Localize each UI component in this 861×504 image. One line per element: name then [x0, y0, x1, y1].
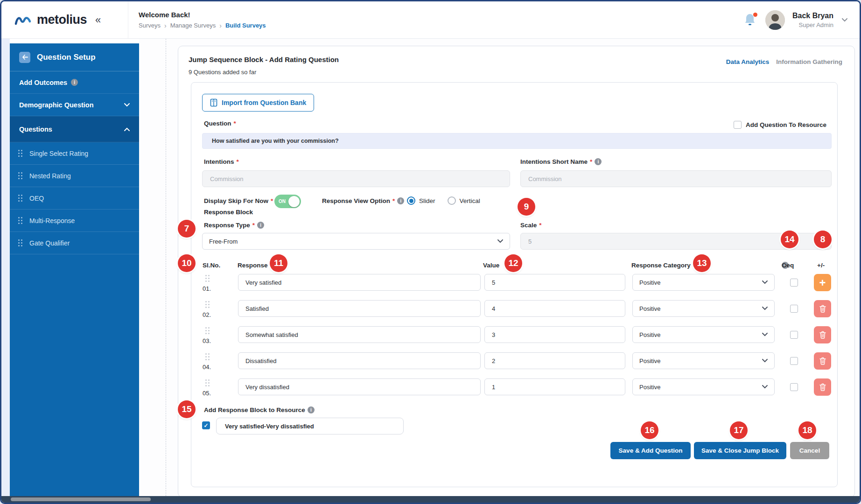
user-role: Super Admin [792, 21, 833, 28]
response-category-select[interactable]: Positive [632, 326, 775, 343]
question-input[interactable] [202, 133, 832, 149]
sidebar-sub-item[interactable]: OEQ [10, 187, 139, 210]
response-category-select[interactable]: Positive [632, 300, 775, 317]
oeq-checkbox[interactable] [790, 279, 798, 287]
selected-category: Positive [639, 305, 661, 312]
info-icon[interactable]: i [595, 158, 602, 165]
response-block-resource-checkbox[interactable]: ✓ [202, 421, 210, 429]
drag-handle-icon[interactable] [18, 172, 23, 180]
drag-handle-icon[interactable] [205, 275, 210, 282]
drag-handle-icon[interactable] [205, 301, 210, 308]
breadcrumb-surveys[interactable]: Surveys [139, 22, 161, 29]
sidebar-sub-item-label: Multi-Response [29, 217, 75, 224]
horizontal-scrollbar[interactable] [11, 497, 151, 501]
response-block-resource-value[interactable]: Very satisfied-Very dissatisfied [216, 418, 404, 434]
info-icon[interactable]: i [308, 406, 315, 413]
sidebar-item-add-outcomes[interactable]: Add Outcomes i [10, 71, 139, 94]
radio-vertical[interactable]: Vertical [448, 196, 480, 205]
value-input[interactable] [484, 300, 625, 317]
add-question-to-resource-checkbox[interactable] [734, 121, 742, 129]
delete-row-button[interactable] [814, 300, 831, 317]
row-number: 04. [203, 364, 211, 371]
questions-count: 9 Questions added so far [189, 69, 256, 76]
trash-icon [819, 357, 826, 365]
selected-category: Positive [639, 384, 661, 391]
user-avatar[interactable] [765, 10, 785, 30]
row-number: 02. [203, 311, 211, 318]
drag-handle-icon[interactable] [205, 379, 210, 387]
sidebar-sub-item[interactable]: Gate Qualifier [10, 232, 139, 254]
question-builder-card: Jump Sequence Block - Add Rating Questio… [178, 46, 855, 497]
sidebar-item-questions[interactable]: Questions [10, 116, 139, 142]
response-input[interactable] [238, 352, 481, 369]
radio-slider[interactable]: Slider [407, 196, 435, 205]
tab-data-analytics[interactable]: Data Analytics [726, 58, 770, 65]
display-skip-label: Display Skip For Now * [204, 197, 273, 204]
scale-input[interactable] [520, 233, 832, 250]
display-skip-toggle[interactable]: ON [274, 195, 301, 208]
value-input[interactable] [484, 352, 625, 369]
add-row-button[interactable]: + [814, 274, 831, 291]
response-category-select[interactable]: Positive [632, 352, 775, 369]
notifications-bell-icon[interactable] [744, 13, 758, 28]
breadcrumb-manage-surveys[interactable]: Manage Surveys [170, 22, 216, 29]
app-logo-text: metolius [37, 13, 87, 27]
page-title: Jump Sequence Block - Add Rating Questio… [189, 56, 339, 63]
sidebar-item-demographic-question[interactable]: Demographic Question [10, 94, 139, 116]
book-icon [210, 98, 217, 107]
delete-row-button[interactable] [814, 352, 831, 370]
back-button[interactable] [19, 52, 30, 63]
sidebar-gutter [1, 39, 10, 496]
sidebar-sub-item[interactable]: Nested Rating [10, 165, 139, 187]
question-label: Question * [204, 120, 236, 127]
sidebar-sub-item-label: OEQ [29, 195, 44, 202]
oeq-checkbox[interactable] [790, 357, 798, 365]
drag-handle-icon[interactable] [18, 239, 23, 247]
sidebar-collapse-button[interactable]: « [95, 14, 101, 26]
sidebar-sub-item[interactable]: Multi-Response [10, 210, 139, 232]
intentions-input[interactable] [202, 170, 510, 187]
required-marker: * [237, 158, 239, 165]
row-number: 01. [203, 285, 211, 292]
intentions-short-name-input[interactable] [520, 170, 832, 187]
top-bar: metolius « Welcome Back! Surveys › Manag… [1, 1, 860, 39]
delete-row-button[interactable] [814, 326, 831, 343]
save-add-question-button[interactable]: Save & Add Question [610, 442, 691, 459]
tab-information-gathering[interactable]: Information Gathering [776, 58, 842, 65]
info-icon[interactable]: i [257, 222, 264, 229]
import-from-question-bank-button[interactable]: Import from Question Bank [202, 94, 314, 112]
response-type-select[interactable]: Free-From [202, 233, 510, 250]
response-input[interactable] [238, 326, 481, 343]
user-menu-chevron-down-icon[interactable] [842, 18, 847, 22]
breadcrumb-build-surveys[interactable]: Build Surveys [225, 22, 266, 29]
drag-handle-icon[interactable] [18, 195, 23, 202]
value-input[interactable] [484, 326, 625, 343]
oeq-checkbox[interactable] [790, 383, 798, 391]
oeq-checkbox[interactable] [790, 331, 798, 339]
info-icon[interactable]: i [71, 79, 78, 86]
chevron-down-icon [762, 359, 768, 363]
sidebar-sub-item[interactable]: Single Select Rating [10, 142, 139, 165]
response-block-heading: Response Block [204, 209, 253, 216]
value-input[interactable] [484, 378, 625, 395]
save-close-jump-block-button[interactable]: Save & Close Jump Block [694, 442, 786, 459]
sidebar-sub-item-label: Nested Rating [29, 172, 71, 180]
delete-row-button[interactable] [814, 378, 831, 396]
info-icon[interactable]: i [397, 197, 404, 204]
main-content: Jump Sequence Block - Add Rating Questio… [139, 39, 860, 496]
cancel-button[interactable]: Cancel [790, 442, 829, 459]
chevron-down-icon [762, 333, 768, 336]
value-input[interactable] [484, 274, 625, 291]
drag-handle-icon[interactable] [205, 327, 210, 335]
response-category-select[interactable]: Positive [632, 274, 775, 291]
response-category-select[interactable]: Positive [632, 378, 775, 395]
trash-icon [819, 331, 826, 339]
response-input[interactable] [238, 300, 481, 317]
response-input[interactable] [238, 274, 481, 291]
form-actions: Save & Add Question Save & Close Jump Bl… [191, 442, 837, 460]
oeq-checkbox[interactable] [790, 305, 798, 313]
drag-handle-icon[interactable] [205, 353, 210, 361]
response-input[interactable] [238, 378, 481, 395]
drag-handle-icon[interactable] [18, 217, 23, 224]
drag-handle-icon[interactable] [18, 150, 23, 157]
